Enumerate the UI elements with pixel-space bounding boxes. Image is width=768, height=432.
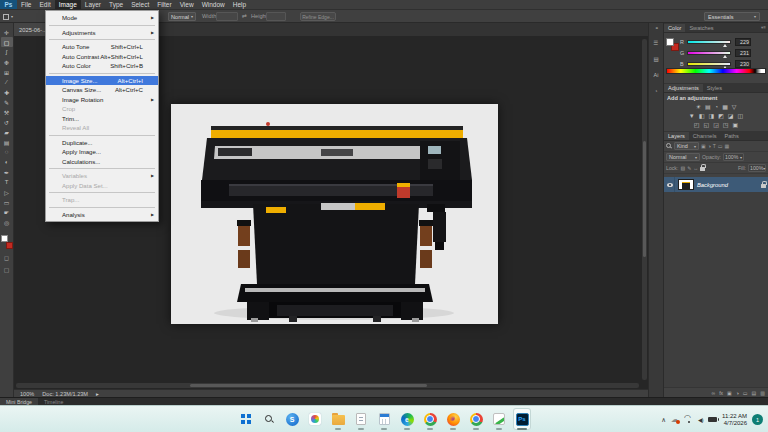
horizontal-scrollbar[interactable] xyxy=(16,383,639,388)
panel-tab[interactable]: Paths xyxy=(720,132,742,140)
status-arrow-icon[interactable]: ▸ xyxy=(96,391,99,397)
adjustment-icon[interactable]: ▼ xyxy=(689,113,695,119)
paint-icon[interactable] xyxy=(490,408,508,430)
menu-item[interactable]: ▶ xyxy=(46,23,158,28)
tool-preset-picker[interactable]: ▾ xyxy=(2,12,22,21)
menu-item[interactable]: Mode ▶ xyxy=(46,13,158,23)
crop-tool[interactable]: ⊞ xyxy=(1,67,13,77)
show-hidden-icons[interactable]: ∧ xyxy=(661,416,666,424)
battery-icon[interactable] xyxy=(708,417,717,422)
quick-mask-icon[interactable]: ◻ xyxy=(4,254,9,261)
notepad-icon[interactable] xyxy=(352,408,370,430)
vertical-scrollbar[interactable] xyxy=(642,39,647,380)
menu-item[interactable]: Analysis ▶ xyxy=(46,210,158,220)
layers-action-icon[interactable]: ∞ xyxy=(712,390,716,396)
quick-selection-tool[interactable]: ❉ xyxy=(1,57,13,67)
menu-item[interactable]: Image Rotation ▶ xyxy=(46,95,158,105)
menu-item[interactable]: Canvas Size... Alt+Ctrl+C ▶ xyxy=(46,85,158,95)
color-swatches[interactable] xyxy=(1,235,13,249)
menu-item[interactable]: Apply Data Set... ▶ xyxy=(46,181,158,191)
history-brush-tool[interactable]: ↺ xyxy=(1,117,13,127)
panel-tab[interactable]: Layers xyxy=(664,132,689,140)
chrome-icon[interactable] xyxy=(421,408,439,430)
color-spectrum-ramp[interactable] xyxy=(666,68,766,74)
notification-badge[interactable]: 1 xyxy=(752,414,763,425)
menu-item[interactable]: Calculations... ▶ xyxy=(46,157,158,167)
menu-item[interactable]: Adjustments ▶ xyxy=(46,28,158,38)
layer-filter-select[interactable]: Kind ▾ xyxy=(674,142,699,150)
adjustment-icon[interactable]: ▦ xyxy=(722,103,728,110)
adjustment-icon[interactable]: ◲ xyxy=(713,121,719,128)
photos-icon[interactable] xyxy=(306,408,324,430)
channel-slider[interactable] xyxy=(687,62,731,66)
menu-item[interactable]: Reveal All ▶ xyxy=(46,123,158,133)
channel-value[interactable]: 230 xyxy=(735,60,751,68)
panel-menu-icon[interactable]: ▾≡ xyxy=(761,25,768,31)
panel-tab[interactable]: Color xyxy=(664,24,685,32)
menu-item[interactable]: Image Size... Alt+Ctrl+I ▶ xyxy=(46,76,158,86)
libraries-panel-icon[interactable]: Ai xyxy=(654,72,659,78)
layer-visibility-cell[interactable] xyxy=(666,177,675,192)
swatches-panel-icon[interactable]: ▤ xyxy=(653,56,658,62)
adjustment-icon[interactable]: ◨ xyxy=(708,112,714,119)
layer-filter-icon[interactable]: ▦ xyxy=(725,143,730,149)
properties-panel-icon[interactable]: ◔ xyxy=(654,88,657,94)
layers-action-icon[interactable]: ▣ xyxy=(727,390,732,396)
channel-slider[interactable] xyxy=(687,51,731,55)
refine-edge-button[interactable]: Refine Edge... xyxy=(300,12,336,21)
lock-option-icon[interactable]: ✎ xyxy=(687,165,691,171)
mini-bridge-button[interactable]: Mini Bridge xyxy=(0,398,38,405)
layers-action-icon[interactable]: fx xyxy=(719,390,723,396)
edge-icon[interactable]: e xyxy=(398,408,416,430)
menubar-item[interactable]: Select xyxy=(127,0,153,9)
menubar-item[interactable]: Window xyxy=(198,0,229,9)
menubar-item[interactable]: Help xyxy=(229,0,250,9)
menu-item[interactable]: Variables ▶ xyxy=(46,171,158,181)
hand-tool[interactable]: ☛ xyxy=(1,207,13,217)
blur-tool[interactable]: ◌ xyxy=(1,147,13,157)
channel-value[interactable]: 229 xyxy=(735,38,751,46)
menubar-item[interactable]: Layer xyxy=(81,0,105,9)
gradient-tool[interactable]: ▤ xyxy=(1,137,13,147)
foreground-color-swatch[interactable] xyxy=(1,235,8,242)
layer-filter-icon[interactable]: ▣ xyxy=(701,143,706,149)
photoshop-icon[interactable]: Ps xyxy=(513,408,531,430)
lasso-tool[interactable]: ʃ xyxy=(1,47,13,57)
brush-tool[interactable]: ✎ xyxy=(1,97,13,107)
menu-item[interactable]: ▶ xyxy=(46,205,158,210)
panel-tab[interactable]: Styles xyxy=(703,84,726,92)
layers-action-icon[interactable]: ▥ xyxy=(760,390,765,396)
menu-item[interactable]: Trim... ▶ xyxy=(46,114,158,124)
chrome2-icon[interactable] xyxy=(467,408,485,430)
layers-action-icon[interactable]: ▭ xyxy=(743,390,748,396)
adjustment-icon[interactable]: ▣ xyxy=(733,121,739,128)
panel-tab[interactable]: Swatches xyxy=(685,24,717,32)
layer-filter-icon[interactable]: ▭ xyxy=(718,143,723,149)
width-input[interactable] xyxy=(216,12,238,21)
canvas-image[interactable] xyxy=(171,104,498,324)
lock-all-icon[interactable] xyxy=(700,167,705,171)
move-tool[interactable]: ✛ xyxy=(1,27,13,37)
menu-item[interactable]: Apply Image... ▶ xyxy=(46,147,158,157)
menu-item[interactable]: ▶ xyxy=(46,71,158,76)
menu-item[interactable]: ▶ xyxy=(46,166,158,171)
vertical-scrollbar-thumb[interactable] xyxy=(643,141,646,257)
panel-tab[interactable]: Adjustments xyxy=(664,84,703,92)
menu-item[interactable]: Auto Color Shift+Ctrl+B ▶ xyxy=(46,61,158,71)
horizontal-scrollbar-thumb[interactable] xyxy=(190,384,427,387)
firefox-icon[interactable] xyxy=(444,408,462,430)
screen-mode-icon[interactable]: ▢ xyxy=(4,266,10,273)
menubar-item[interactable]: Edit xyxy=(35,0,54,9)
channel-value[interactable]: 231 xyxy=(735,49,751,57)
explorer-icon[interactable] xyxy=(329,408,347,430)
fill-value[interactable]: 100% ▾ xyxy=(748,164,766,172)
menubar-item[interactable]: Type xyxy=(105,0,127,9)
menubar-item[interactable]: Image xyxy=(55,0,81,9)
menu-item[interactable]: ▶ xyxy=(46,37,158,42)
style-select[interactable]: Normal ▾ xyxy=(168,12,196,21)
adjustment-icon[interactable]: ◧ xyxy=(699,112,705,119)
height-input[interactable] xyxy=(266,12,286,21)
adjustment-icon[interactable]: ◪ xyxy=(728,112,734,119)
blend-mode-select[interactable]: Normal ▾ xyxy=(666,153,700,161)
lock-option-icon[interactable]: ↔ xyxy=(693,165,698,171)
